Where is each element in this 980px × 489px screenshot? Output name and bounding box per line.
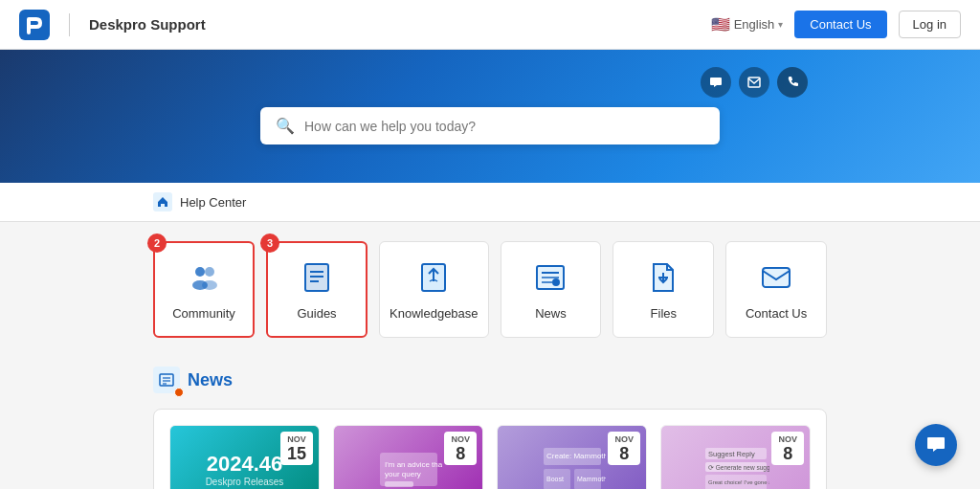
home-icon [157,196,168,208]
phone-icon-circle[interactable] [777,67,808,98]
badge-3: 3 [260,233,279,253]
svg-rect-1 [748,78,760,87]
svg-rect-29 [385,481,413,487]
guides-label: Guides [297,306,336,321]
category-card-news[interactable]: News [501,241,602,338]
language-label: English [734,17,775,32]
email-icon-circle[interactable] [739,67,769,98]
category-card-files[interactable]: Files [612,241,714,338]
deskpro-logo-icon [19,10,50,40]
svg-text:Great choice! I've gone ahead : Great choice! I've gone ahead and update… [708,479,769,485]
breadcrumb-bar: Help Center [0,183,980,222]
category-card-knowledgebase[interactable]: Knowledgebase [379,241,489,338]
news-image-subtext-0: Deskpro Releases [206,477,284,487]
svg-text:Create: Mammoth Content Librar: Create: Mammoth Content Library [546,452,606,460]
search-bar: 🔍 [260,107,720,144]
breadcrumb-label: Help Center [180,195,246,210]
news-date-day-2: 8 [614,445,634,462]
contact-label: Contact Us [746,306,807,321]
svg-text:your query: your query [385,470,421,478]
contact-icon [757,258,795,297]
news-card-image-2: Create: Mammoth Content Library Boost Ma… [498,426,646,489]
login-button[interactable]: Log in [899,11,961,38]
chat-fab-button[interactable] [915,424,957,466]
header: Deskpro Support 🇺🇸 English ▾ Contact Us … [0,0,980,50]
card1-illustration: I'm an advice that can answer your query [375,443,442,490]
files-icon [644,258,682,297]
header-title: Deskpro Support [89,16,206,33]
svg-text:Suggest Reply: Suggest Reply [708,450,755,458]
community-label: Community [172,306,235,321]
search-icon: 🔍 [276,117,295,135]
community-icon [185,258,223,297]
card2-illustration: Create: Mammoth Content Library Boost Ma… [539,443,606,490]
news-date-day-3: 8 [778,445,797,462]
news-card-image-1: I'm an advice that can answer your query… [334,426,482,489]
svg-point-3 [205,267,214,277]
chat-icon-circle[interactable] [701,67,731,98]
news-section-title: News [188,370,233,390]
news-card-3[interactable]: Suggest Reply ⟳ Generate new suggestion … [660,425,811,489]
category-card-guides[interactable]: 3 Guides [266,241,368,338]
news-date-day-1: 8 [451,445,470,462]
news-date-badge-0: NOV 15 [280,432,313,465]
news-card-image-3: Suggest Reply ⟳ Generate new suggestion … [661,426,810,489]
svg-point-2 [195,267,205,277]
header-right: 🇺🇸 English ▾ Contact Us Log in [711,11,961,38]
chat-bubble-icon [709,76,723,89]
language-selector[interactable]: 🇺🇸 English ▾ [711,15,784,33]
news-icon [531,258,569,297]
news-date-badge-1: NOV 8 [444,432,477,465]
hero-section: 🔍 [0,50,980,183]
news-date-day-0: 15 [287,445,306,462]
category-card-contact[interactable]: Contact Us [725,241,827,338]
chevron-down-icon: ▾ [778,19,783,30]
news-section-icon [153,367,180,393]
svg-point-5 [202,280,217,290]
card3-illustration: Suggest Reply ⟳ Generate new suggestion … [702,443,769,490]
header-divider [69,13,70,36]
category-grid: 2 Community 3 [153,241,827,338]
news-card-1[interactable]: I'm an advice that can answer your query… [333,425,483,489]
news-card-0[interactable]: 2024.46 Deskpro Releases NOV 15 Deskpro … [169,425,320,489]
search-input[interactable] [304,119,704,134]
news-date-badge-2: NOV 8 [608,432,640,465]
flag-icon: 🇺🇸 [711,15,730,33]
news-date-badge-3: NOV 8 [771,432,804,465]
news-card-2[interactable]: Create: Mammoth Content Library Boost Ma… [497,425,647,489]
svg-point-19 [552,278,560,286]
news-section-header: News [153,367,827,393]
news-cards-container: 2024.46 Deskpro Releases NOV 15 Deskpro … [153,409,827,489]
knowledgebase-label: Knowledgebase [390,306,479,321]
phone-icon [786,76,799,89]
email-icon [747,77,761,88]
badge-2: 2 [147,233,167,253]
logo[interactable]: Deskpro Support [19,10,206,40]
help-center-icon [153,192,172,211]
contact-us-header-button[interactable]: Contact Us [794,11,886,38]
svg-text:Mammoth Blogs: Mammoth Blogs [577,476,606,483]
hero-icons [701,67,808,98]
svg-text:⟳ Generate new suggestion: ⟳ Generate new suggestion [708,464,769,472]
main-content: 2 Community 3 [0,222,980,489]
news-card-image-0: 2024.46 Deskpro Releases NOV 15 [170,426,319,489]
news-label: News [535,306,567,321]
chat-fab-icon [925,434,947,456]
news-icon-svg [159,372,174,388]
svg-text:I'm an advice that can answer: I'm an advice that can answer [385,460,442,469]
knowledgebase-icon [414,258,453,297]
svg-text:Boost: Boost [546,476,564,482]
svg-rect-21 [763,268,790,287]
files-label: Files [651,306,677,321]
category-card-community[interactable]: 2 Community [153,241,255,338]
news-image-text-0: 2024.46 [206,452,284,477]
guides-icon [298,258,336,297]
